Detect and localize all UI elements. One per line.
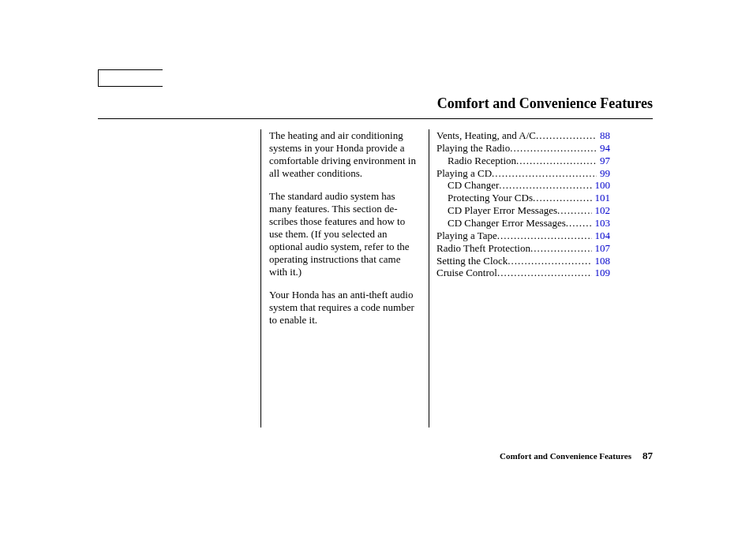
toc-entry: CD Changer Error Messages103 xyxy=(436,217,610,230)
toc-leader-dots xyxy=(557,204,592,217)
toc-entry-label: Radio Reception xyxy=(448,155,516,167)
toc-leader-dots xyxy=(497,267,592,279)
toc-entry: Protecting Your CDs101 xyxy=(436,192,610,204)
toc-leader-dots xyxy=(566,217,592,230)
footer-section-label: Comfort and Convenience Features xyxy=(500,451,631,461)
toc-entry: Radio Theft Protection107 xyxy=(436,242,610,255)
toc-leader-dots xyxy=(508,255,591,267)
toc-entry-label: Playing the Radio xyxy=(436,142,510,155)
toc-leader-dots xyxy=(492,167,597,180)
toc-page-link[interactable]: 109 xyxy=(592,267,611,279)
page-footer: Comfort and Convenience Features 87 xyxy=(500,450,653,462)
toc-leader-dots xyxy=(536,129,597,142)
toc-entry-label: CD Changer xyxy=(448,179,499,192)
intro-paragraph: The standard audio system has many featu… xyxy=(269,190,416,278)
toc-entry-label: Setting the Clock xyxy=(436,255,508,267)
toc-column: Vents, Heating, and A/C88Playing the Rad… xyxy=(429,129,610,427)
toc-leader-dots xyxy=(516,155,597,167)
toc-leader-dots xyxy=(497,230,592,242)
toc-entry-label: Vents, Heating, and A/C xyxy=(436,129,536,142)
toc-entry: CD Player Error Messages102 xyxy=(436,204,610,217)
toc-entry: Playing a Tape104 xyxy=(436,230,610,242)
margin-tab-box xyxy=(98,69,163,87)
toc-entry-label: CD Changer Error Messages xyxy=(448,217,566,230)
toc-page-link[interactable]: 88 xyxy=(597,129,610,142)
toc-entry: Setting the Clock108 xyxy=(436,255,610,267)
toc-page-link[interactable]: 103 xyxy=(592,217,611,230)
toc-leader-dots xyxy=(530,242,592,255)
toc-entry-label: Playing a CD xyxy=(436,167,492,180)
footer-page-number: 87 xyxy=(642,450,653,462)
toc-entry-label: Protecting Your CDs xyxy=(448,192,533,204)
toc-page-link[interactable]: 107 xyxy=(592,242,611,255)
toc-page-link[interactable]: 100 xyxy=(592,179,611,192)
intro-column: The heating and air conditioning systems… xyxy=(260,129,422,427)
page-frame: Comfort and Convenience Features The hea… xyxy=(0,0,753,560)
content-columns: The heating and air conditioning systems… xyxy=(260,129,610,427)
intro-paragraph: Your Honda has an anti-theft audio syste… xyxy=(269,289,416,327)
toc-entry: Radio Reception97 xyxy=(436,155,610,167)
toc-entry-label: Cruise Control xyxy=(436,267,497,279)
toc-entry: Playing the Radio94 xyxy=(436,142,610,155)
toc-leader-dots xyxy=(510,142,597,155)
toc-page-link[interactable]: 104 xyxy=(592,230,611,242)
toc-entry-label: Playing a Tape xyxy=(436,230,497,242)
intro-paragraph: The heating and air conditioning systems… xyxy=(269,129,416,179)
toc-page-link[interactable]: 94 xyxy=(597,142,610,155)
toc-entry: CD Changer100 xyxy=(436,179,610,192)
page-title: Comfort and Convenience Features xyxy=(437,95,653,112)
toc-entry-label: CD Player Error Messages xyxy=(448,204,557,217)
toc-page-link[interactable]: 108 xyxy=(592,255,611,267)
toc-entry: Playing a CD99 xyxy=(436,167,610,180)
toc-entry: Cruise Control109 xyxy=(436,267,610,279)
toc-entry-label: Radio Theft Protection xyxy=(436,242,530,255)
header-row: Comfort and Convenience Features xyxy=(98,95,653,119)
toc-page-link[interactable]: 99 xyxy=(597,167,610,180)
toc-leader-dots xyxy=(533,192,592,204)
toc-leader-dots xyxy=(499,179,591,192)
toc-page-link[interactable]: 101 xyxy=(592,192,611,204)
toc-page-link[interactable]: 97 xyxy=(597,155,610,167)
toc-entry: Vents, Heating, and A/C88 xyxy=(436,129,610,142)
toc-page-link[interactable]: 102 xyxy=(592,204,611,217)
